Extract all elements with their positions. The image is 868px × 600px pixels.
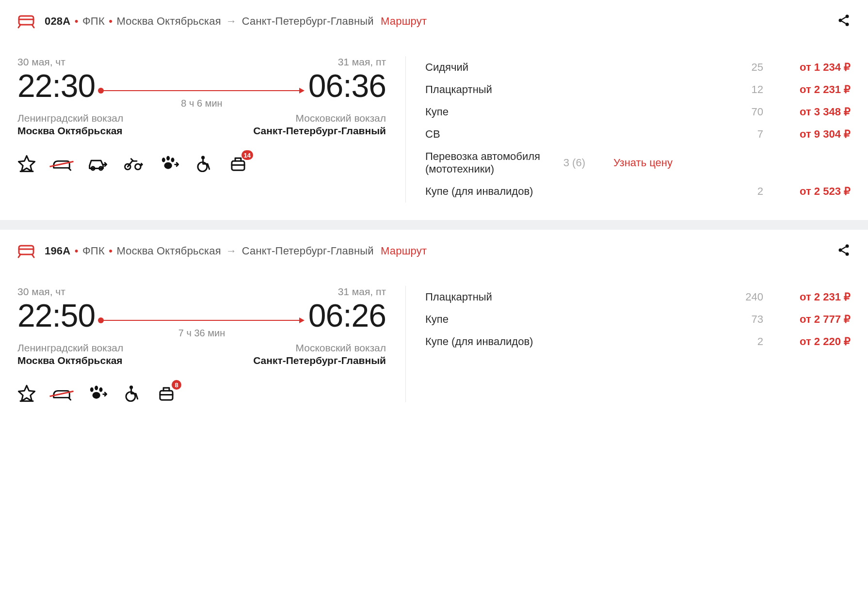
price-row[interactable]: Купе (для инвалидов) 2 от 2 220 ₽ bbox=[425, 331, 851, 353]
arrival-time: 06:26 bbox=[308, 300, 386, 332]
svg-point-18 bbox=[846, 253, 849, 256]
svg-point-11 bbox=[164, 162, 172, 169]
price-value: от 2 523 ₽ bbox=[763, 185, 851, 198]
wheelchair-icon[interactable] bbox=[195, 154, 213, 173]
share-icon[interactable] bbox=[837, 243, 851, 259]
card-body: 30 мая, чт 22:50 7 ч 36 мин 31 мая, пт 0… bbox=[17, 286, 851, 402]
departure-block: 30 мая, чт 22:50 bbox=[17, 286, 95, 332]
arrival-vokzal: Московский вокзал bbox=[253, 342, 386, 354]
price-count: 3 (6) bbox=[542, 157, 585, 169]
arrival-date: 31 мая, пт bbox=[308, 56, 386, 68]
pets-icon[interactable] bbox=[87, 384, 108, 402]
arrival-city: Санкт-Петербург-Главный bbox=[253, 355, 386, 366]
price-count: 2 bbox=[720, 185, 763, 198]
price-count: 70 bbox=[720, 106, 763, 118]
route-line: 8 ч 6 мин bbox=[95, 90, 308, 102]
price-row[interactable]: СВ 7 от 9 304 ₽ bbox=[425, 123, 851, 145]
price-row[interactable]: Плацкартный 240 от 2 231 ₽ bbox=[425, 286, 851, 308]
train-number: 028А bbox=[45, 15, 70, 27]
svg-point-3 bbox=[846, 23, 849, 26]
svg-point-2 bbox=[839, 19, 842, 22]
price-row[interactable]: Плацкартный 12 от 2 231 ₽ bbox=[425, 79, 851, 101]
price-class: Плацкартный bbox=[425, 291, 720, 303]
price-class: Сидячий bbox=[425, 61, 720, 74]
from-short: Москва Октябрьская bbox=[116, 245, 221, 257]
route-link[interactable]: Маршрут bbox=[381, 245, 427, 257]
price-count: 73 bbox=[720, 313, 763, 326]
price-row[interactable]: Купе 70 от 3 348 ₽ bbox=[425, 101, 851, 123]
route-link[interactable]: Маршрут bbox=[381, 15, 427, 27]
price-count: 2 bbox=[720, 335, 763, 348]
no-bedding-icon[interactable] bbox=[51, 384, 72, 402]
arrival-station: Московский вокзал Санкт-Петербург-Главны… bbox=[253, 342, 386, 366]
carrier: ФПК bbox=[82, 15, 105, 27]
svg-point-8 bbox=[162, 158, 165, 162]
route-line: 7 ч 36 мин bbox=[95, 320, 308, 332]
svg-point-21 bbox=[99, 387, 103, 392]
price-value: от 1 234 ₽ bbox=[763, 61, 851, 74]
price-value: от 2 231 ₽ bbox=[763, 291, 851, 303]
svg-rect-0 bbox=[19, 16, 33, 25]
star-icon[interactable] bbox=[17, 154, 36, 173]
arrival-date: 31 мая, пт bbox=[308, 286, 386, 298]
amenities-row: 8 bbox=[17, 384, 386, 402]
departure-station: Ленинградский вокзал Москва Октябрьская bbox=[17, 342, 123, 366]
train-card: 196А • ФПК • Москва Октябрьская → Санкт-… bbox=[0, 230, 868, 420]
schedule-column: 30 мая, чт 22:30 8 ч 6 мин 31 мая, пт 06… bbox=[17, 56, 386, 203]
arrival-station: Московский вокзал Санкт-Петербург-Главны… bbox=[253, 112, 386, 137]
price-count: 7 bbox=[720, 128, 763, 141]
price-count: 12 bbox=[720, 83, 763, 96]
car-transport-icon[interactable] bbox=[87, 154, 108, 173]
arrival-block: 31 мая, пт 06:36 bbox=[308, 56, 386, 102]
train-logo-icon bbox=[17, 14, 37, 29]
price-link[interactable]: Узнать цену bbox=[585, 157, 673, 169]
wheelchair-icon[interactable] bbox=[123, 384, 142, 402]
price-value: от 9 304 ₽ bbox=[763, 128, 851, 141]
price-row[interactable]: Купе (для инвалидов) 2 от 2 523 ₽ bbox=[425, 180, 851, 203]
departure-city: Москва Октябрьская bbox=[17, 355, 123, 366]
luggage-icon[interactable]: 14 bbox=[229, 154, 247, 173]
arrival-city: Санкт-Петербург-Главный bbox=[253, 125, 386, 137]
svg-point-10 bbox=[171, 158, 175, 162]
dot-separator: • bbox=[75, 245, 79, 257]
price-class: Купе bbox=[425, 313, 720, 326]
dot-separator: • bbox=[109, 15, 113, 27]
price-class: Купе (для инвалидов) bbox=[425, 335, 720, 348]
departure-vokzal: Ленинградский вокзал bbox=[17, 342, 123, 354]
to-short: Санкт-Петербург-Главный bbox=[242, 245, 374, 257]
svg-point-20 bbox=[95, 386, 98, 390]
price-row[interactable]: Сидячий 25 от 1 234 ₽ bbox=[425, 56, 851, 79]
train-header-text: 028А • ФПК • Москва Октябрьская → Санкт-… bbox=[45, 15, 427, 28]
train-card: 028А • ФПК • Москва Октябрьская → Санкт-… bbox=[0, 0, 868, 220]
price-class: Перевозка автомобиля (мототехники) bbox=[425, 150, 542, 175]
price-class: Плацкартный bbox=[425, 83, 720, 96]
star-icon[interactable] bbox=[17, 384, 36, 402]
share-icon[interactable] bbox=[837, 14, 851, 29]
train-header-text: 196А • ФПК • Москва Октябрьская → Санкт-… bbox=[45, 245, 427, 257]
price-count: 240 bbox=[720, 291, 763, 303]
dot-separator: • bbox=[109, 245, 113, 257]
motorcycle-transport-icon[interactable] bbox=[123, 154, 144, 173]
arrival-vokzal: Московский вокзал bbox=[253, 112, 386, 124]
pets-icon[interactable] bbox=[159, 154, 179, 173]
price-row[interactable]: Перевозка автомобиля (мототехники) 3 (6)… bbox=[425, 145, 851, 180]
svg-point-9 bbox=[166, 156, 170, 160]
dot-separator: • bbox=[75, 15, 79, 27]
luggage-icon[interactable]: 8 bbox=[157, 384, 176, 402]
schedule-top: 30 мая, чт 22:50 7 ч 36 мин 31 мая, пт 0… bbox=[17, 286, 386, 332]
departure-date: 30 мая, чт bbox=[17, 286, 95, 298]
luggage-badge: 14 bbox=[241, 150, 253, 160]
card-body: 30 мая, чт 22:30 8 ч 6 мин 31 мая, пт 06… bbox=[17, 56, 851, 203]
stations-row: Ленинградский вокзал Москва Октябрьская … bbox=[17, 336, 386, 366]
carrier: ФПК bbox=[82, 245, 105, 257]
price-class: Купе bbox=[425, 106, 720, 118]
from-short: Москва Октябрьская bbox=[116, 15, 221, 27]
no-bedding-icon[interactable] bbox=[51, 154, 72, 173]
price-value: от 2 231 ₽ bbox=[763, 83, 851, 96]
stations-row: Ленинградский вокзал Москва Октябрьская … bbox=[17, 107, 386, 137]
price-value: от 3 348 ₽ bbox=[763, 106, 851, 118]
price-row[interactable]: Купе 73 от 2 777 ₽ bbox=[425, 308, 851, 331]
duration: 8 ч 6 мин bbox=[181, 98, 222, 109]
svg-point-19 bbox=[90, 387, 94, 392]
price-count: 25 bbox=[720, 61, 763, 74]
